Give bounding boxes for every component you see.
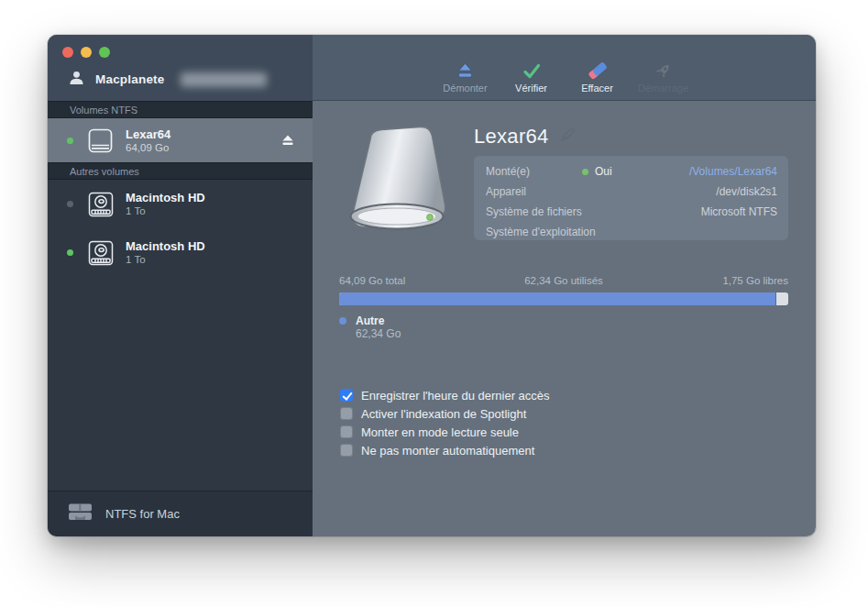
mount-path-link[interactable]: /Volumes/Lexar64 xyxy=(689,161,777,182)
sidebar-header: Macplanete xyxy=(48,35,313,101)
ntfs-for-mac-window: Macplanete Volumes NTFS Lexar64 64,09 Go xyxy=(48,35,816,536)
checkbox[interactable] xyxy=(340,407,353,420)
sidebar-item-lexar64[interactable]: Lexar64 64,09 Go xyxy=(48,118,313,162)
drive-stack-icon xyxy=(68,502,93,525)
volume-size: 64,09 Go xyxy=(126,141,170,154)
detail-label: Système d'exploitation xyxy=(486,222,596,242)
internal-drive-icon xyxy=(86,240,115,266)
sidebar-footer[interactable]: NTFS for Mac xyxy=(48,491,313,536)
checkbox[interactable] xyxy=(340,425,353,438)
toolbar: Démonter Vérifier xyxy=(313,35,816,101)
detail-row-device: Appareil /dev/disk2s1 xyxy=(474,182,788,202)
app-name-label: NTFS for Mac xyxy=(105,507,180,521)
startup-button: Démarrage xyxy=(635,60,692,94)
checkbox[interactable] xyxy=(340,444,353,457)
legend-value: 62,34 Go xyxy=(356,327,401,341)
unmount-label: Démonter xyxy=(443,83,487,94)
zoom-button[interactable] xyxy=(99,47,110,58)
legend-label: Autre xyxy=(356,315,401,327)
eject-icon xyxy=(456,60,475,80)
volume-name: Lexar64 xyxy=(126,127,170,141)
storage-bar-used xyxy=(339,292,776,305)
storage-used-label: 62,34 Go utilisés xyxy=(489,275,638,286)
volume-name: Macintosh HD xyxy=(126,191,205,204)
option-record-access-time[interactable]: Enregistrer l'heure du dernier accès xyxy=(340,389,550,402)
device-path: /dev/disk2s1 xyxy=(716,182,777,202)
internal-drive-icon xyxy=(86,192,115,217)
mount-options: Enregistrer l'heure du dernier accès Act… xyxy=(340,389,550,457)
detail-row-os: Système d'exploitation xyxy=(474,222,788,242)
check-icon xyxy=(522,60,542,80)
option-label: Enregistrer l'heure du dernier accès xyxy=(361,389,550,403)
rename-pencil-icon[interactable] xyxy=(560,127,576,146)
section-header-ntfs-volumes: Volumes NTFS xyxy=(48,101,313,118)
option-read-only-mount[interactable]: Monter en mode lecture seule xyxy=(340,425,550,438)
filesystem-value: Microsoft NTFS xyxy=(701,202,777,222)
option-label: Activer l'indexation de Spotlight xyxy=(361,407,526,421)
account-row[interactable]: Macplanete xyxy=(68,70,267,89)
detail-label: Appareil xyxy=(486,182,526,202)
volume-details-panel: Monté(e) Oui /Volumes/Lexar64 Appareil /… xyxy=(474,156,788,240)
volume-title: Lexar64 xyxy=(474,125,549,149)
checkbox[interactable] xyxy=(340,389,353,402)
erase-label: Effacer xyxy=(581,83,613,94)
option-label: Ne pas monter automatiquement xyxy=(361,444,534,458)
storage-total-label: 64,09 Go total xyxy=(339,275,489,286)
detail-row-mounted: Monté(e) Oui /Volumes/Lexar64 xyxy=(474,161,788,182)
external-drive-illustration xyxy=(339,125,458,248)
volume-status-dot xyxy=(67,201,73,207)
volume-status-dot xyxy=(67,138,73,144)
mounted-status: Oui xyxy=(582,161,612,182)
section-header-other-volumes: Autres volumes xyxy=(48,162,313,180)
redacted-account-detail xyxy=(181,72,267,87)
sidebar-spacer xyxy=(48,277,313,491)
desktop-background: Macplanete Volumes NTFS Lexar64 64,09 Go xyxy=(0,0,868,607)
sidebar-item-macintosh-hd-2[interactable]: Macintosh HD 1 To xyxy=(48,228,313,277)
storage-usage-bar xyxy=(339,292,788,305)
detail-label: Monté(e) xyxy=(486,161,530,182)
mounted-status-text: Oui xyxy=(595,161,612,182)
startup-label: Démarrage xyxy=(638,83,688,94)
unmount-button[interactable]: Démonter xyxy=(437,60,494,94)
sidebar: Macplanete Volumes NTFS Lexar64 64,09 Go xyxy=(48,35,313,536)
volume-name: Macintosh HD xyxy=(126,239,205,253)
window-controls xyxy=(62,47,110,58)
verify-button[interactable]: Vérifier xyxy=(503,60,560,94)
status-dot-green xyxy=(582,169,588,175)
storage-free-label: 1,75 Go libres xyxy=(639,275,788,286)
option-no-auto-mount[interactable]: Ne pas monter automatiquement xyxy=(340,444,550,457)
eject-icon[interactable] xyxy=(281,135,294,147)
detail-label: Système de fichiers xyxy=(486,202,582,222)
minimize-button[interactable] xyxy=(81,47,92,58)
close-button[interactable] xyxy=(62,47,73,58)
main-panel: Démonter Vérifier xyxy=(313,35,816,536)
option-label: Monter en mode lecture seule xyxy=(361,425,519,439)
storage-summary-labels: 64,09 Go total 62,34 Go utilisés 1,75 Go… xyxy=(339,275,788,286)
user-icon xyxy=(68,70,85,89)
volume-size: 1 To xyxy=(126,253,205,266)
sidebar-item-macintosh-hd-1[interactable]: Macintosh HD 1 To xyxy=(48,180,313,228)
verify-label: Vérifier xyxy=(515,83,547,94)
eraser-icon xyxy=(588,60,608,80)
storage-legend: Autre 62,34 Go xyxy=(339,315,401,341)
volume-status-dot xyxy=(67,249,73,256)
volume-size: 1 To xyxy=(126,204,205,217)
startup-rocket-icon xyxy=(654,60,674,80)
detail-row-filesystem: Système de fichiers Microsoft NTFS xyxy=(474,202,788,222)
erase-button[interactable]: Effacer xyxy=(569,60,626,94)
volume-detail-view: Lexar64 Monté(e) Oui xyxy=(313,101,816,536)
account-name: Macplanete xyxy=(95,72,165,86)
external-drive-icon xyxy=(86,128,115,153)
legend-dot-blue xyxy=(339,317,346,325)
option-spotlight-indexing[interactable]: Activer l'indexation de Spotlight xyxy=(340,407,550,420)
